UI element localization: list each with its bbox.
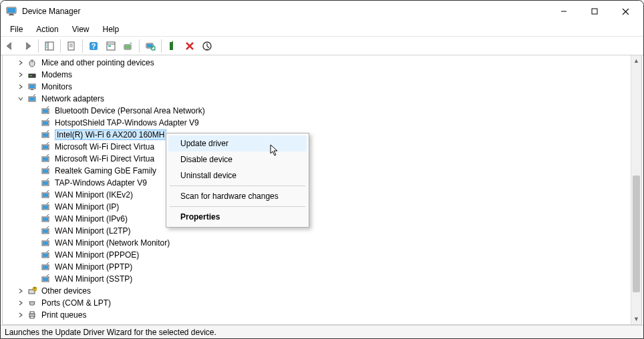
tree-item-label: WAN Miniport (SSTP): [55, 274, 132, 284]
tree-item-other[interactable]: ? Other devices: [3, 285, 641, 297]
svg-text:?: ?: [34, 287, 36, 291]
svg-line-54: [47, 142, 49, 144]
tree-item-monitors[interactable]: Monitors: [3, 81, 641, 93]
svg-rect-71: [43, 218, 48, 221]
network-adapter-icon: [40, 226, 51, 236]
menu-file[interactable]: File: [3, 23, 29, 35]
tree-item-adapter[interactable]: WAN Miniport (IP): [3, 201, 641, 213]
tree-item-label: Other devices: [41, 286, 91, 296]
tree-item-label: WAN Miniport (Network Monitor): [55, 238, 170, 248]
svg-line-69: [47, 202, 49, 204]
menu-help[interactable]: Help: [96, 23, 126, 35]
svg-rect-86: [43, 278, 48, 281]
tree-item-adapter-selected[interactable]: Intel(R) Wi-Fi 6 AX200 160MH: [3, 129, 641, 141]
update-driver-button[interactable]: [120, 38, 136, 54]
action-button[interactable]: [103, 38, 119, 54]
tree-item-label: WAN Miniport (PPPOE): [55, 250, 139, 260]
tree-item-label: Intel(R) Wi-Fi 6 AX200 160MH: [55, 129, 166, 140]
svg-rect-74: [43, 230, 48, 233]
close-button[interactable]: [610, 1, 641, 21]
maximize-button[interactable]: [579, 1, 610, 21]
svg-rect-56: [43, 157, 48, 161]
scrollbar-thumb[interactable]: [633, 176, 640, 292]
svg-rect-77: [43, 242, 48, 245]
tree-item-ports[interactable]: Ports (COM & LPT): [3, 297, 641, 309]
chevron-right-icon[interactable]: [16, 82, 25, 91]
chevron-right-icon[interactable]: [16, 310, 25, 320]
tree-item-network-adapters[interactable]: Network adapters: [3, 93, 641, 105]
network-adapter-icon: [40, 105, 51, 116]
svg-rect-59: [43, 170, 48, 173]
uninstall-device-button[interactable]: [182, 38, 198, 54]
context-menu-properties[interactable]: Properties: [168, 209, 307, 225]
tree-item-label: TAP-Windows Adapter V9: [55, 178, 147, 188]
chevron-down-icon[interactable]: [16, 94, 25, 103]
minimize-button[interactable]: [548, 1, 579, 21]
tree-item-adapter[interactable]: Realtek Gaming GbE Family: [3, 165, 641, 177]
context-menu-disable-device[interactable]: Disable device: [168, 151, 307, 167]
vertical-scrollbar[interactable]: ▲ ▼: [631, 55, 641, 324]
monitor-icon: [27, 81, 37, 92]
context-menu-scan-hardware[interactable]: Scan for hardware changes: [168, 188, 307, 204]
chevron-right-icon[interactable]: [16, 298, 25, 308]
svg-rect-3: [9, 15, 14, 15]
tree-item-adapter[interactable]: WAN Miniport (PPTP): [3, 261, 641, 273]
scan-hardware-button[interactable]: [142, 38, 158, 54]
tree-item-adapter[interactable]: TAP-Windows Adapter V9: [3, 177, 641, 189]
device-tree-pane[interactable]: Mice and other pointing devices Modems: [2, 55, 642, 325]
network-adapter-icon: [40, 165, 51, 176]
svg-rect-44: [43, 109, 48, 113]
menu-action[interactable]: Action: [29, 23, 65, 35]
show-hide-console-tree-button[interactable]: [41, 38, 57, 54]
context-menu-uninstall-device[interactable]: Uninstall device: [168, 167, 307, 184]
chevron-right-icon[interactable]: [16, 58, 25, 67]
tree-item-adapter[interactable]: WAN Miniport (Network Monitor): [3, 237, 641, 249]
enable-device-button[interactable]: [164, 38, 180, 54]
tree-item-modems[interactable]: Modems: [3, 69, 641, 81]
svg-rect-21: [108, 45, 111, 47]
tree-item-adapter[interactable]: WAN Miniport (IPv6): [3, 213, 641, 225]
tree-item-adapter[interactable]: WAN Miniport (L2TP): [3, 225, 641, 237]
network-adapter-icon: [40, 178, 51, 188]
svg-line-45: [47, 106, 49, 108]
tree-item-adapter[interactable]: Bluetooth Device (Personal Area Network): [3, 105, 641, 117]
tree-item-adapter[interactable]: WAN Miniport (IKEv2): [3, 189, 641, 201]
tree-item-label: HotspotShield TAP-Windows Adapter V9: [55, 118, 199, 127]
menu-view[interactable]: View: [65, 23, 96, 35]
svg-point-92: [31, 302, 32, 303]
device-tree: Mice and other pointing devices Modems: [3, 55, 641, 322]
statusbar-text: Launches the Update Driver Wizard for th…: [5, 328, 216, 337]
svg-rect-13: [68, 42, 74, 50]
scroll-up-icon[interactable]: ▲: [631, 55, 641, 66]
properties-button[interactable]: [63, 38, 79, 54]
svg-rect-65: [43, 194, 48, 197]
scroll-down-icon[interactable]: ▼: [631, 314, 641, 324]
toolbar-divider: [38, 39, 39, 53]
svg-line-27: [154, 49, 156, 51]
chevron-right-icon[interactable]: [16, 70, 25, 79]
tree-item-adapter[interactable]: WAN Miniport (SSTP): [3, 273, 641, 285]
tree-item-label: WAN Miniport (L2TP): [55, 226, 131, 236]
tree-item-print[interactable]: Print queues: [3, 309, 641, 321]
network-adapter-icon: [40, 129, 51, 140]
context-menu-update-driver[interactable]: Update driver: [168, 135, 307, 151]
tree-item-adapter[interactable]: Microsoft Wi-Fi Direct Virtua: [3, 153, 641, 165]
network-adapter-icon: [40, 117, 51, 128]
forward-button[interactable]: [19, 38, 35, 54]
tree-item-adapter[interactable]: HotspotShield TAP-Windows Adapter V9: [3, 117, 641, 129]
tree-item-label: Modems: [41, 70, 72, 79]
svg-line-81: [47, 250, 49, 252]
svg-line-72: [47, 214, 49, 216]
svg-rect-28: [170, 42, 173, 50]
tree-item-label: Ports (COM & LPT): [41, 298, 111, 308]
tree-item-adapter[interactable]: WAN Miniport (PPPOE): [3, 249, 641, 261]
disable-device-button[interactable]: [199, 38, 215, 54]
svg-line-57: [47, 154, 49, 156]
tree-item-mice[interactable]: Mice and other pointing devices: [3, 57, 641, 69]
tree-item-adapter[interactable]: Microsoft Wi-Fi Direct Virtua: [3, 141, 641, 153]
back-button[interactable]: [2, 38, 18, 54]
svg-rect-53: [43, 145, 48, 149]
help-button[interactable]: ?: [86, 38, 102, 54]
svg-rect-23: [125, 45, 130, 49]
chevron-right-icon[interactable]: [16, 286, 25, 296]
